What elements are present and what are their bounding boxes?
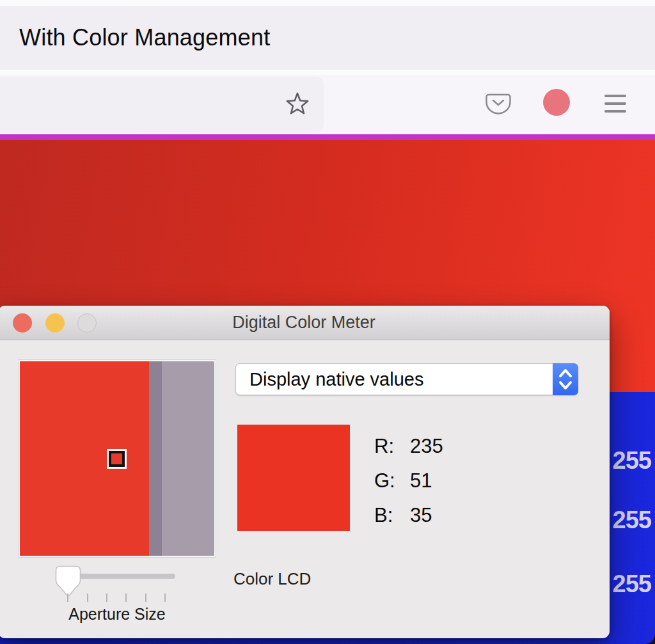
browser-toolbar (0, 75, 655, 134)
slider-tick (145, 593, 146, 602)
digital-color-meter-window: Digital Color Meter Display native value… (0, 306, 610, 638)
green-label: G: (374, 469, 410, 492)
readout-row-blue: B: 35 (374, 498, 443, 533)
browser-titlebar[interactable]: With Color Management (0, 6, 655, 70)
menu-button[interactable] (603, 93, 627, 114)
rgb-readout: R: 235 G: 51 B: 35 (374, 429, 443, 533)
pocket-icon (484, 109, 512, 118)
zoom-button[interactable] (77, 313, 97, 333)
slider-tick (125, 593, 127, 602)
url-bar[interactable] (0, 77, 324, 132)
slider-tick (106, 593, 107, 602)
bookmark-star-button[interactable] (284, 91, 311, 118)
chevron-up-down-icon (553, 386, 578, 397)
screen: With Color Management (0, 0, 655, 644)
close-button[interactable] (13, 313, 32, 333)
aperture-preview (19, 360, 216, 557)
display-mode-dropdown[interactable]: Display native values (235, 363, 578, 395)
red-value: 235 (410, 435, 443, 458)
sampled-color-swatch (237, 425, 350, 531)
preview-red-area (20, 361, 149, 556)
preview-light-strip (162, 361, 214, 556)
red-label: R: (374, 435, 410, 458)
blue-value: 35 (410, 504, 432, 527)
dcm-titlebar[interactable]: Digital Color Meter (0, 306, 610, 340)
browser-window-chrome: With Color Management (0, 0, 655, 140)
aperture-slider-thumb[interactable] (55, 565, 81, 597)
pocket-button[interactable] (484, 92, 513, 118)
display-name-label: Color LCD (233, 569, 311, 589)
slider-tick (164, 593, 166, 602)
readout-row-red: R: 235 (374, 429, 443, 464)
account-avatar[interactable] (543, 89, 570, 116)
minimize-button[interactable] (45, 313, 65, 333)
display-mode-selected: Display native values (249, 364, 423, 395)
readout-row-green: G: 51 (374, 464, 443, 498)
page-accent-line (0, 134, 655, 140)
browser-window-title: With Color Management (19, 24, 270, 51)
blue-label: B: (374, 504, 410, 527)
aperture-slider-track[interactable] (67, 574, 175, 579)
aperture-marker-inner (109, 451, 125, 467)
slider-tick (67, 593, 68, 602)
aperture-size-label: Aperture Size (58, 605, 177, 624)
preview-dark-strip (149, 361, 162, 556)
slider-tick (87, 593, 88, 602)
bookmark-star-icon (285, 108, 310, 118)
dcm-window-title: Digital Color Meter (232, 313, 375, 333)
dropdown-stepper (553, 363, 578, 395)
aperture-marker (107, 449, 127, 469)
green-value: 51 (410, 469, 432, 492)
